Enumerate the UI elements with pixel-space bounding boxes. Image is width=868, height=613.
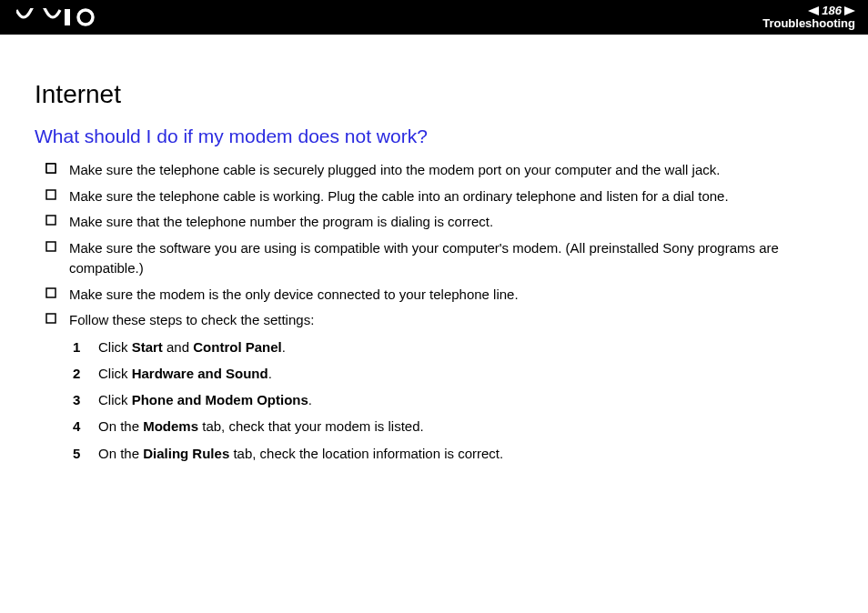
square-bullet-icon [45, 287, 56, 298]
step-item: 2 Click Hardware and Sound. [73, 363, 837, 384]
step-text: Click Start and Control Panel. [98, 337, 286, 357]
square-bullet-icon [45, 313, 56, 324]
svg-rect-4 [48, 166, 54, 171]
header-nav: 186 Troubleshooting [762, 5, 855, 31]
step-text: Click Phone and Modem Options. [98, 389, 312, 410]
step-item: 5 On the Dialing Rules tab, check the lo… [73, 443, 837, 464]
section-label[interactable]: Troubleshooting [762, 17, 855, 30]
vaio-logo-svg [16, 8, 98, 26]
page-navigator: 186 [808, 5, 855, 17]
square-bullet-icon [45, 215, 56, 226]
step-number: 2 [73, 363, 86, 384]
bullet-text: Make sure the modem is the only device c… [69, 285, 519, 306]
svg-rect-6 [46, 216, 56, 225]
step-number: 1 [73, 337, 86, 357]
square-bullet-icon [45, 189, 56, 200]
steps-list: 1 Click Start and Control Panel. 2 Click… [73, 337, 837, 464]
svg-rect-5 [46, 190, 56, 199]
question-heading: What should I do if my modem does not wo… [35, 126, 837, 147]
bullet-text: Follow these steps to check the settings… [69, 310, 314, 331]
step-text: On the Modems tab, check that your modem… [98, 416, 424, 437]
bullet-text: Make sure the telephone cable is securel… [69, 160, 720, 181]
page-number: 186 [822, 5, 842, 17]
bullet-text: Make sure the telephone cable is working… [69, 186, 729, 207]
prev-page-arrow-icon[interactable] [808, 6, 819, 15]
step-item: 1 Click Start and Control Panel. [73, 337, 837, 357]
step-text: On the Dialing Rules tab, check the loca… [98, 443, 503, 464]
step-number: 4 [73, 416, 86, 437]
step-item: 3 Click Phone and Modem Options. [73, 389, 837, 410]
step-item: 4 On the Modems tab, check that your mod… [73, 416, 837, 437]
list-item: Make sure the telephone cable is securel… [45, 160, 837, 181]
vaio-logo [16, 8, 98, 26]
step-number: 5 [73, 443, 86, 464]
step-number: 3 [73, 389, 86, 410]
list-item: Make sure that the telephone number the … [45, 212, 837, 233]
list-item: Make sure the telephone cable is working… [45, 186, 837, 207]
svg-point-1 [78, 10, 93, 25]
step-text: Click Hardware and Sound. [98, 363, 272, 384]
svg-rect-8 [46, 288, 56, 297]
svg-rect-9 [46, 314, 56, 323]
list-item: Make sure the modem is the only device c… [45, 285, 837, 306]
svg-rect-7 [46, 242, 56, 251]
square-bullet-icon [45, 241, 56, 252]
bullet-text: Make sure the software you are using is … [69, 238, 837, 279]
page-title: Internet [35, 80, 837, 109]
list-item: Make sure the software you are using is … [45, 238, 837, 279]
square-bullet-icon [45, 163, 56, 174]
bullet-text: Make sure that the telephone number the … [69, 212, 493, 233]
list-item: Follow these steps to check the settings… [45, 310, 837, 331]
page-content: Internet What should I do if my modem do… [0, 35, 868, 464]
next-page-arrow-icon[interactable] [844, 6, 855, 15]
header-bar: 186 Troubleshooting [0, 0, 868, 35]
bullet-list: Make sure the telephone cable is securel… [45, 160, 837, 331]
